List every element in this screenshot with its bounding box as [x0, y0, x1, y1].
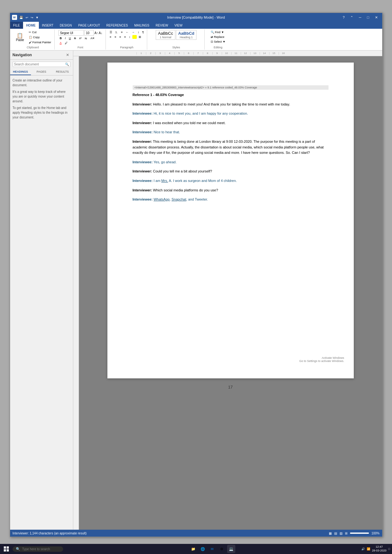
para2-text: Hi, it is nice to meet you, and I am hap… [154, 111, 248, 115]
paragraph-8: Interviewee: I am Mrs. A. I work as surg… [133, 178, 329, 184]
normal-style[interactable]: AaBbCc 1 Normal [156, 30, 175, 40]
clear-format-button[interactable]: A✕ [89, 36, 96, 40]
reference-header-text: Reference 1 - 48.03% Coverage [133, 93, 184, 97]
start-button[interactable] [2, 545, 11, 553]
nav-tab-results[interactable]: RESULTS [52, 69, 73, 75]
nav-search-input[interactable] [14, 63, 65, 66]
layout-icon-draft[interactable]: ⊞ [345, 532, 347, 535]
nav-tab-pages[interactable]: PAGES [31, 69, 52, 75]
document-page[interactable]: <Internal>/13901488_285309983_interviewt… [107, 63, 354, 378]
justify-button[interactable]: ≡ [123, 35, 127, 39]
nav-search-box[interactable]: 🔍 [13, 62, 70, 67]
taskbar-file-explorer[interactable]: 📁 [189, 545, 197, 553]
taskbar-search-input[interactable] [22, 547, 60, 551]
show-formatting-btn[interactable]: ¶ [141, 30, 145, 34]
minimize-btn[interactable]: ─ [356, 15, 364, 20]
font-size-box[interactable]: 10 [84, 30, 94, 36]
editing-label: Editing [214, 46, 222, 49]
italic-button[interactable]: I [63, 36, 67, 40]
tab-review[interactable]: REVIEW [153, 22, 171, 29]
tab-design[interactable]: DESIGN [57, 22, 75, 29]
close-btn[interactable]: ✕ [372, 15, 380, 20]
paragraph-group: ☰ 1. ≡ ← → ↕ ¶ ≡ ≡ ≡ ≡ ↕ [106, 29, 147, 50]
para-row1: ☰ 1. ≡ ← → ↕ ¶ [108, 30, 145, 34]
para4-label: Interviewee: [133, 130, 153, 134]
undo-quick-btn[interactable]: ↩ [25, 15, 29, 20]
ribbon-tabs[interactable]: FILE HOME INSERT DESIGN PAGE LAYOUT REFE… [10, 22, 382, 29]
zoom-slider[interactable] [350, 533, 369, 534]
ribbon-toggle-btn[interactable]: ⌃ [348, 15, 356, 20]
font-grow-btn[interactable]: A↑ [94, 31, 98, 35]
tray-sound-icon[interactable]: 🔊 [361, 547, 365, 551]
tab-file[interactable]: FILE [10, 22, 23, 29]
ruler-mark-2: 2 [146, 52, 155, 55]
shading-button[interactable] [132, 35, 137, 39]
increase-indent-btn[interactable]: → [130, 30, 136, 34]
taskbar-computer[interactable]: 💻 [227, 545, 235, 553]
redo-quick-btn[interactable]: ↪ [30, 15, 34, 20]
tab-home[interactable]: HOME [23, 22, 39, 29]
tab-view[interactable]: VIEW [171, 22, 186, 29]
highlight-button[interactable]: 🖊 [63, 41, 69, 45]
tab-mailings[interactable]: MAILINGS [131, 22, 153, 29]
nav-tab-headings[interactable]: HEADINGS [10, 69, 31, 75]
select-button[interactable]: ⊡ Select ▼ [209, 39, 227, 44]
quick-access-toolbar[interactable]: 💾 ↩ ↪ ▼ [18, 15, 40, 20]
doc-scroll-area[interactable]: <Internal>/13901488_285309983_interviewt… [79, 56, 382, 530]
paste-button[interactable]: 📋 Paste [13, 32, 27, 43]
taskbar-browser[interactable]: 🌐 [199, 545, 207, 553]
layout-icon-outline[interactable]: ▨ [340, 532, 342, 535]
activate-windows-subtitle: Go to Settings to activate Windows. [299, 359, 344, 363]
restore-btn[interactable]: □ [365, 15, 372, 20]
nav-tabs[interactable]: HEADINGS PAGES RESULTS [10, 69, 73, 75]
tray-network-icon[interactable]: 📶 [367, 547, 370, 551]
save-quick-btn[interactable]: 💾 [18, 15, 24, 20]
whatsapp-underline: WhatsApp [154, 197, 170, 201]
copy-button[interactable]: 📋 Copy [27, 35, 52, 39]
line-spacing-button[interactable]: ↕ [128, 35, 132, 39]
word-app-icon: W [12, 15, 17, 20]
tab-page-layout[interactable]: PAGE LAYOUT [75, 22, 103, 29]
paragraph-group-content: ☰ 1. ≡ ← → ↕ ¶ ≡ ≡ ≡ ≡ ↕ [108, 30, 145, 46]
bold-button[interactable]: B [58, 36, 63, 40]
layout-icon-print[interactable]: ▦ [329, 532, 332, 535]
taskbar-search-box[interactable]: 🔍 [13, 546, 63, 552]
strikethrough-button[interactable]: S [73, 36, 77, 40]
find-button[interactable]: 🔍 Find ▼ [209, 30, 227, 34]
align-right-button[interactable]: ≡ [118, 35, 122, 39]
nav-pane-close-btn[interactable]: ✕ [65, 52, 70, 57]
underline-button[interactable]: U [68, 36, 72, 40]
format-painter-button[interactable]: 🖌 Format Painter [27, 40, 52, 45]
font-color-button[interactable]: A [58, 41, 63, 45]
customize-quick-btn[interactable]: ▼ [35, 15, 40, 20]
font-name-box[interactable]: Segoe UI [58, 30, 84, 36]
numbering-button[interactable]: 1. [114, 30, 119, 34]
taskbar-settings[interactable]: ⚙ [218, 545, 226, 553]
tab-insert[interactable]: INSERT [39, 22, 57, 29]
ruler-mark-3: 3 [155, 52, 165, 55]
heading1-style[interactable]: AaBbCd Heading 1 [176, 30, 196, 40]
sort-btn[interactable]: ↕ [136, 30, 141, 34]
align-center-button[interactable]: ≡ [113, 35, 117, 39]
subscript-button[interactable]: x₂ [83, 36, 89, 40]
ruler-mark-9: 9 [212, 52, 222, 55]
para3-text: I was excited when you told me we could … [153, 121, 226, 125]
superscript-button[interactable]: x² [78, 36, 83, 40]
tab-references[interactable]: REFERENCES [103, 22, 131, 29]
decrease-indent-btn[interactable]: ← [124, 30, 130, 34]
font-shrink-btn[interactable]: A↓ [99, 31, 103, 35]
taskbar-mail[interactable]: ✉ [208, 545, 216, 553]
multilevel-btn[interactable]: ≡ [120, 30, 124, 34]
border-button[interactable]: ⊞ [137, 35, 142, 39]
layout-icon-web[interactable]: ▤ [334, 532, 337, 535]
bullets-button[interactable]: ☰ [108, 30, 113, 34]
cut-button[interactable]: ✂ Cut [27, 30, 52, 34]
window-controls[interactable]: ? ⌃ ─ □ ✕ [340, 15, 380, 20]
align-left-button[interactable]: ≡ [108, 35, 112, 39]
notification-icon[interactable]: □ [389, 547, 390, 551]
paragraph-5: Interviewer: This meeting is being done … [133, 139, 329, 156]
help-btn[interactable]: ? [340, 15, 347, 20]
editing-group: 🔍 Find ▼ ⇄ Replace ⊡ Select ▼ Editing [205, 29, 231, 50]
replace-button[interactable]: ⇄ Replace [209, 35, 227, 39]
paragraph-3: Interviewer: I was excited when you told… [133, 120, 329, 126]
